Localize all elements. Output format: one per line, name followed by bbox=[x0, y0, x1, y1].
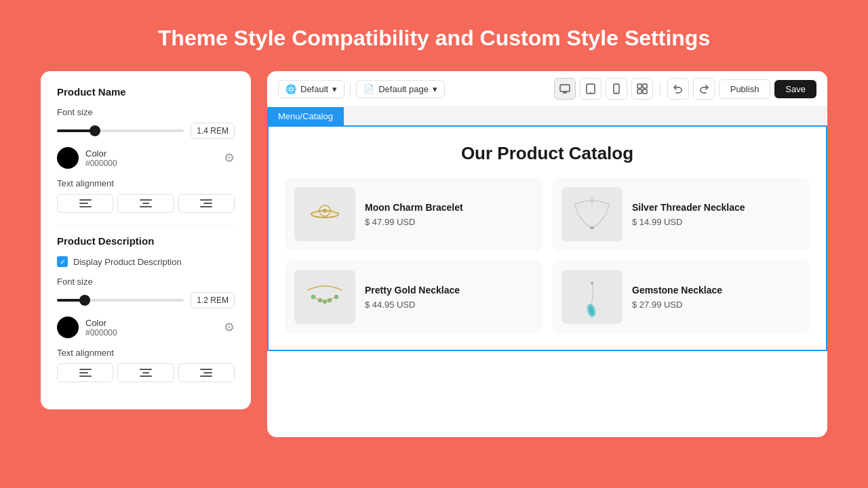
svg-rect-7 bbox=[637, 84, 642, 88]
font-size-value-2: 1.2 REM bbox=[191, 292, 235, 308]
display-description-checkbox[interactable] bbox=[57, 256, 68, 267]
redo-btn[interactable] bbox=[693, 78, 715, 100]
product-image bbox=[294, 187, 355, 241]
desktop-view-btn[interactable] bbox=[554, 78, 576, 100]
page-dropdown-label: Default page bbox=[378, 84, 429, 94]
product-description-section-title: Product Description bbox=[57, 235, 235, 247]
product-card: Silver Threader Necklace $ 14.99 USD bbox=[552, 178, 810, 251]
color-label-1: Color bbox=[85, 148, 117, 159]
color-hex-2: #000000 bbox=[85, 328, 117, 338]
checkbox-row: Display Product Description bbox=[57, 256, 235, 267]
tablet-view-btn[interactable] bbox=[580, 78, 601, 100]
svg-rect-8 bbox=[643, 84, 647, 88]
toolbar-divider-2 bbox=[660, 82, 660, 96]
svg-point-4 bbox=[590, 92, 591, 93]
products-grid: Moon Charm Bracelet $ 47.99 USD bbox=[285, 178, 810, 333]
color-swatch-1[interactable] bbox=[57, 147, 79, 169]
color-hex-1: #000000 bbox=[85, 159, 117, 168]
svg-rect-10 bbox=[643, 89, 647, 94]
product-price: $ 47.99 USD bbox=[365, 217, 533, 227]
color-label-2: Color bbox=[85, 318, 117, 328]
font-size-slider-row-1: 1.4 REM bbox=[57, 123, 235, 139]
product-name: Moon Charm Bracelet bbox=[365, 202, 533, 213]
toolbar-divider-1 bbox=[350, 82, 351, 96]
align-right-btn-1[interactable] bbox=[178, 194, 235, 213]
page-dropdown[interactable]: 📄 Default page ▾ bbox=[356, 80, 445, 98]
align-right-btn-2[interactable] bbox=[178, 363, 235, 382]
alignment-label-2: Text alignment bbox=[57, 348, 235, 358]
font-size-label-1: Font size bbox=[57, 107, 235, 117]
svg-point-15 bbox=[334, 211, 336, 214]
product-image bbox=[294, 270, 355, 324]
grid-view-btn[interactable] bbox=[631, 78, 653, 100]
product-price: $ 44.95 USD bbox=[365, 300, 533, 310]
product-card: Pretty Gold Necklace $ 44.95 USD bbox=[285, 260, 542, 333]
product-name: Pretty Gold Necklace bbox=[365, 285, 533, 296]
color-swatch-2[interactable] bbox=[57, 317, 79, 338]
product-card: Gemstone Necklace $ 27.99 USD bbox=[552, 260, 810, 333]
db-icon-1: ⚙ bbox=[224, 150, 235, 165]
alignment-row-2 bbox=[57, 363, 235, 382]
alignment-row-1 bbox=[57, 194, 235, 213]
page-icon: 📄 bbox=[363, 84, 374, 94]
product-image bbox=[561, 187, 623, 241]
font-size-label-2: Font size bbox=[57, 277, 235, 287]
product-image bbox=[561, 270, 623, 324]
font-size-value-1: 1.4 REM bbox=[191, 123, 235, 139]
svg-point-6 bbox=[616, 92, 616, 92]
align-left-btn-1[interactable] bbox=[57, 194, 113, 213]
db-icon-2: ⚙ bbox=[224, 320, 235, 335]
canvas-area: Menu/Catalog Our Product Catalog bbox=[267, 107, 827, 351]
mobile-view-btn[interactable] bbox=[606, 78, 627, 100]
catalog-container: Our Product Catalog bbox=[267, 125, 827, 351]
svg-point-14 bbox=[313, 211, 316, 214]
svg-point-27 bbox=[591, 282, 593, 285]
align-left-btn-2[interactable] bbox=[57, 363, 113, 382]
theme-dropdown[interactable]: 🌐 Default ▾ bbox=[278, 80, 344, 98]
product-price: $ 14.99 USD bbox=[632, 217, 800, 227]
font-size-slider-2[interactable] bbox=[57, 299, 184, 302]
svg-rect-0 bbox=[560, 85, 570, 92]
theme-chevron-icon: ▾ bbox=[332, 84, 337, 94]
catalog-title: Our Product Catalog bbox=[285, 143, 810, 164]
svg-point-19 bbox=[590, 226, 594, 229]
svg-point-17 bbox=[330, 208, 332, 210]
svg-point-13 bbox=[323, 209, 327, 213]
align-center-btn-1[interactable] bbox=[117, 194, 174, 213]
save-button[interactable]: Save bbox=[774, 80, 816, 98]
page-title: Theme Style Compatibility and Custom Sty… bbox=[144, 0, 724, 71]
publish-button[interactable]: Publish bbox=[719, 79, 771, 99]
product-name-section-title: Product Name bbox=[57, 86, 235, 98]
product-name: Gemstone Necklace bbox=[632, 285, 800, 296]
product-name: Silver Threader Necklace bbox=[632, 202, 800, 213]
font-size-slider-1[interactable] bbox=[57, 129, 184, 132]
settings-panel: Product Name Font size 1.4 REM Color #00… bbox=[41, 71, 251, 409]
editor-panel: 🌐 Default ▾ 📄 Default page ▾ bbox=[267, 71, 827, 437]
product-price: $ 27.99 USD bbox=[632, 300, 800, 310]
checkbox-label: Display Product Description bbox=[73, 257, 182, 267]
color-row-2: Color #000000 ⚙ bbox=[57, 317, 235, 338]
font-size-slider-row-2: 1.2 REM bbox=[57, 292, 235, 308]
editor-toolbar: 🌐 Default ▾ 📄 Default page ▾ bbox=[267, 71, 827, 107]
product-card: Moon Charm Bracelet $ 47.99 USD bbox=[285, 178, 542, 251]
svg-rect-9 bbox=[637, 89, 642, 94]
theme-dropdown-label: Default bbox=[300, 84, 328, 94]
svg-point-16 bbox=[319, 208, 321, 210]
align-center-btn-2[interactable] bbox=[117, 363, 174, 382]
globe-icon: 🌐 bbox=[285, 84, 296, 94]
undo-btn[interactable] bbox=[667, 78, 689, 100]
page-chevron-icon: ▾ bbox=[433, 84, 437, 94]
color-row-1: Color #000000 ⚙ bbox=[57, 147, 235, 169]
menu-catalog-tab[interactable]: Menu/Catalog bbox=[267, 107, 344, 125]
alignment-label-1: Text alignment bbox=[57, 178, 235, 188]
